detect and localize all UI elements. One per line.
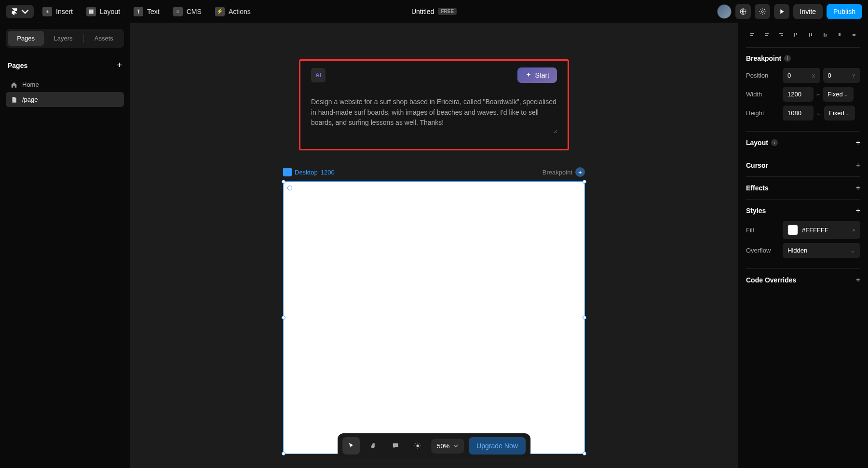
tab-assets[interactable]: Assets <box>86 31 122 46</box>
cms-button[interactable]: ≡ CMS <box>168 4 206 19</box>
cursor-icon <box>347 442 355 450</box>
actions-button[interactable]: ⚡ Actions <box>210 4 256 19</box>
svg-point-2 <box>417 444 419 447</box>
add-style-button[interactable]: + <box>856 206 860 215</box>
add-effect-button[interactable]: + <box>856 184 860 192</box>
origin-marker <box>287 186 292 190</box>
overflow-select[interactable]: Hidden ⌄ <box>783 243 860 258</box>
document-title[interactable]: Untitled <box>411 8 434 15</box>
ai-prompt-textarea[interactable] <box>311 97 557 134</box>
upgrade-button[interactable]: Upgrade Now <box>469 437 526 455</box>
styles-section: Styles + Fill #FFFFFF × Overflow Hidden <box>746 200 860 269</box>
resize-handle-mr[interactable] <box>583 316 586 320</box>
ai-start-button[interactable]: Start <box>517 67 557 83</box>
settings-button[interactable] <box>755 4 770 19</box>
resize-handle-tl[interactable] <box>282 180 285 184</box>
height-mode-select[interactable]: Fixed⌄ <box>824 106 855 120</box>
layout-title-row: Layout i <box>746 139 778 147</box>
position-y-input[interactable]: 0Y <box>823 68 861 83</box>
user-avatar[interactable] <box>717 4 732 19</box>
overflow-row: Overflow Hidden ⌄ <box>746 243 860 258</box>
comment-icon <box>392 442 399 450</box>
remove-fill-button[interactable]: × <box>852 227 855 234</box>
add-cursor-button[interactable]: + <box>856 161 860 170</box>
resize-handle-bl[interactable] <box>282 452 285 455</box>
width-mode-select[interactable]: Fixed⌄ <box>823 87 854 102</box>
info-icon[interactable]: i <box>784 55 791 62</box>
cursor-title-row: Cursor <box>746 161 768 169</box>
app-menu-button[interactable] <box>6 5 34 18</box>
align-bottom-button[interactable] <box>819 29 831 40</box>
breakpoint-title: Breakpoint <box>746 54 781 62</box>
resize-handle-tr[interactable] <box>583 180 586 184</box>
actions-label: Actions <box>229 8 251 15</box>
home-icon <box>11 81 17 88</box>
text-icon: T <box>134 7 143 16</box>
fill-row: Fill #FFFFFF × <box>746 221 860 239</box>
select-tool-button[interactable] <box>342 437 360 455</box>
add-layout-button[interactable]: + <box>856 138 860 147</box>
tab-pages[interactable]: Pages <box>8 31 44 46</box>
cms-icon: ≡ <box>173 7 183 16</box>
link-dimensions-icon[interactable]: ⌐ <box>816 91 820 98</box>
page-item-page[interactable]: /page <box>6 92 124 107</box>
resize-handle-ml[interactable] <box>282 316 285 320</box>
position-x-input[interactable]: 0X <box>783 68 820 83</box>
width-row: Width 1200 ⌐ Fixed⌄ <box>746 87 860 102</box>
fill-swatch[interactable] <box>787 225 798 235</box>
fill-input[interactable]: #FFFFFF × <box>783 221 860 239</box>
add-breakpoint-button[interactable]: + <box>575 167 585 177</box>
width-input[interactable]: 1200 <box>783 87 814 102</box>
preview-button[interactable] <box>774 4 789 19</box>
layout-title: Layout <box>746 139 768 147</box>
chevron-down-icon <box>21 8 29 15</box>
theme-button[interactable] <box>409 437 426 455</box>
document-title-area: Untitled FREE <box>411 8 457 15</box>
frame-label[interactable]: Desktop 1200 <box>283 168 335 176</box>
canvas-frame[interactable] <box>283 181 585 454</box>
page-item-home[interactable]: Home <box>6 77 124 92</box>
left-tab-bar: Pages Layers Assets <box>6 29 124 48</box>
framer-logo-icon <box>11 8 18 15</box>
breakpoint-title-row: Breakpoint i <box>746 54 860 62</box>
text-button[interactable]: T Text <box>129 4 164 19</box>
align-left-button[interactable] <box>746 29 759 40</box>
zoom-value: 50% <box>437 442 449 450</box>
invite-button[interactable]: Invite <box>793 4 823 19</box>
align-right-icon <box>777 31 785 39</box>
add-page-button[interactable]: + <box>117 60 122 70</box>
info-icon[interactable]: i <box>771 139 778 146</box>
layout-button[interactable]: ▦ Layout <box>81 4 125 19</box>
hand-tool-button[interactable] <box>365 437 382 455</box>
height-input[interactable]: 1080 <box>783 106 814 120</box>
tab-layers[interactable]: Layers <box>45 31 81 46</box>
distribute-h-button[interactable] <box>833 29 846 40</box>
overflow-label: Overflow <box>746 247 780 254</box>
publish-button[interactable]: Publish <box>827 4 862 19</box>
distribute-v-button[interactable] <box>848 29 860 40</box>
align-center-h-button[interactable] <box>760 29 773 40</box>
align-right-button[interactable] <box>775 29 787 40</box>
toolbar-right: Invite Publish <box>717 4 862 19</box>
align-top-button[interactable] <box>789 29 802 40</box>
height-row: Height 1080 ⌙ Fixed⌄ <box>746 106 860 120</box>
align-center-v-button[interactable] <box>804 29 817 40</box>
left-sidebar: Pages Layers Assets Pages + Home /page <box>0 23 130 468</box>
layout-label: Layout <box>100 8 120 15</box>
align-bar <box>746 29 860 48</box>
bolt-icon: ⚡ <box>215 7 225 16</box>
canvas-area[interactable]: AI Start Desktop 1200 Breakpoint + <box>130 23 738 468</box>
frame-size-label: 1200 <box>321 169 335 176</box>
code-overrides-section: Code Overrides + <box>746 269 860 291</box>
resize-handle-br[interactable] <box>583 452 586 455</box>
add-override-button[interactable]: + <box>856 276 860 284</box>
insert-button[interactable]: + Insert <box>38 4 78 19</box>
ai-divider <box>311 140 557 140</box>
link-dimensions-icon[interactable]: ⌙ <box>816 110 821 117</box>
position-row: Position 0X 0Y <box>746 68 860 83</box>
globe-button[interactable] <box>735 4 751 19</box>
effects-section: Effects + <box>746 177 860 200</box>
sun-icon <box>414 442 421 450</box>
comment-tool-button[interactable] <box>387 437 404 455</box>
zoom-control[interactable]: 50% <box>431 439 464 454</box>
